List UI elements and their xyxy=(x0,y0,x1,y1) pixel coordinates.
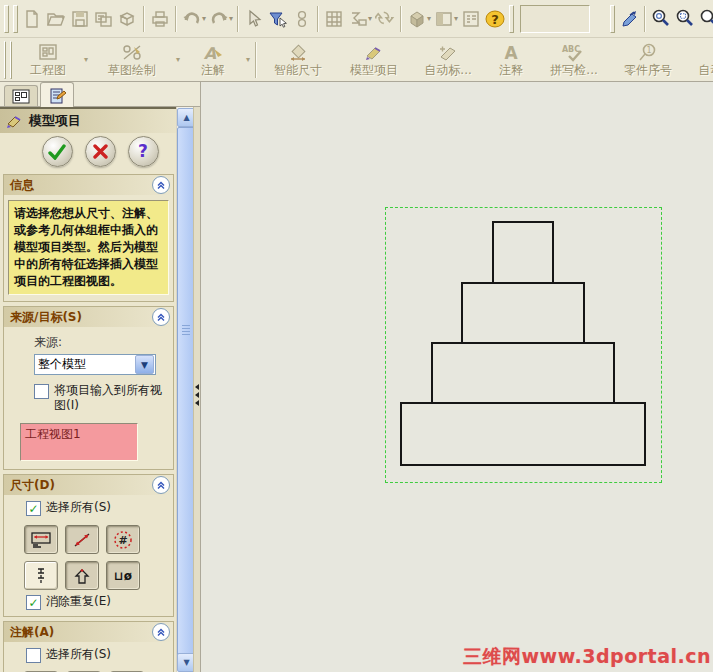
cmd-smart-dimension[interactable]: 智能尺寸 xyxy=(260,38,336,81)
separator xyxy=(255,42,257,78)
toolbar-grip[interactable] xyxy=(4,5,9,33)
panel-scrollbar[interactable]: ▲ ▼ xyxy=(176,107,194,672)
cancel-x-icon xyxy=(93,144,108,159)
cmd-drawing[interactable]: 工程图 xyxy=(14,38,82,81)
dim-select-all-row[interactable]: ✓ 选择所有(S) xyxy=(26,500,169,516)
cmd-annotation[interactable]: A 注解 xyxy=(182,38,244,81)
toolbar-grip[interactable] xyxy=(4,41,6,79)
equations-dropdown-caret[interactable]: ▾ xyxy=(368,14,372,23)
hole-wizard-profiles-button[interactable] xyxy=(65,561,99,590)
instance-count-button[interactable]: # xyxy=(106,525,140,554)
import-all-views-row[interactable]: 将项目输入到所有视图(I) xyxy=(34,383,169,413)
undo-button[interactable] xyxy=(180,7,204,31)
display-pane-dropdown-caret[interactable]: ▾ xyxy=(454,14,458,23)
svg-text:A: A xyxy=(204,44,217,63)
shaded-view-button[interactable] xyxy=(405,7,429,31)
cmd-note[interactable]: A 注释 xyxy=(484,38,538,81)
ok-button[interactable] xyxy=(42,136,73,167)
cmd-sketch-caret[interactable]: ▾ xyxy=(176,55,180,64)
new-document-button[interactable] xyxy=(20,7,44,31)
svg-text:ABC: ABC xyxy=(562,45,580,54)
toggle-selection-filter-button[interactable] xyxy=(290,7,314,31)
group-source-header[interactable]: 来源/目标(S) xyxy=(4,307,173,327)
selection-filter-button[interactable] xyxy=(266,7,290,31)
make-assembly-button[interactable] xyxy=(116,7,140,31)
print-button[interactable] xyxy=(148,7,172,31)
group-dimensions-header[interactable]: 尺寸(D) xyxy=(4,475,173,495)
redo-icon xyxy=(209,9,229,29)
cmd-label: 注解 xyxy=(201,63,225,77)
view-orientation-button[interactable] xyxy=(617,7,641,31)
display-pane-button[interactable] xyxy=(432,7,456,31)
dim-select-all-checkbox[interactable]: ✓ xyxy=(26,501,41,516)
collapse-chevron-icon[interactable] xyxy=(152,308,170,326)
pyramid-tier-3[interactable] xyxy=(431,342,615,404)
zoom-fit-icon xyxy=(650,8,672,30)
chevron-down-icon[interactable]: ▼ xyxy=(135,355,154,374)
drawing-sheet[interactable]: 三维网www.3dportal.cn xyxy=(200,82,713,672)
svg-text:A: A xyxy=(504,43,518,63)
target-view-box[interactable]: 工程视图1 xyxy=(20,423,138,461)
ann-select-all-checkbox[interactable] xyxy=(26,648,41,663)
reference-dimension-icon xyxy=(72,531,92,549)
cmd-drawing-caret[interactable]: ▾ xyxy=(84,55,88,64)
pyramid-tier-1[interactable] xyxy=(492,221,554,284)
cmd-sketch[interactable]: 草图绘制 xyxy=(90,38,174,81)
dimension-buttons: # ⊔ø xyxy=(24,525,169,590)
grid-icon xyxy=(324,9,344,29)
options-button[interactable] xyxy=(459,7,483,31)
make-drawing-button[interactable] xyxy=(92,7,116,31)
cmd-model-items[interactable]: 模型项目 xyxy=(336,38,412,81)
group-info-header[interactable]: 信息 xyxy=(4,175,173,195)
open-button[interactable] xyxy=(44,7,68,31)
redo-button[interactable] xyxy=(207,7,231,31)
pyramid-tier-2[interactable] xyxy=(461,282,585,344)
marked-for-drawing-button[interactable] xyxy=(24,525,58,554)
eliminate-duplicates-row[interactable]: ✓ 消除重复(E) xyxy=(26,594,169,610)
svg-text:#: # xyxy=(118,534,127,547)
equations-icon xyxy=(348,9,368,29)
zoom-fit-button[interactable] xyxy=(649,7,673,31)
collapse-chevron-icon[interactable] xyxy=(152,623,170,641)
rebuild-button[interactable] xyxy=(373,7,397,31)
redo-dropdown-caret[interactable]: ▾ xyxy=(229,14,233,23)
save-button[interactable] xyxy=(68,7,92,31)
annotation-icon: A xyxy=(201,43,225,63)
sketch-grid-button[interactable] xyxy=(322,7,346,31)
hole-callout-icon: ⊔ø xyxy=(114,570,132,582)
cmd-autoballoon[interactable]: 1 自动零... xyxy=(686,38,713,81)
zoom-area-button[interactable] xyxy=(673,7,697,31)
collapse-chevron-icon[interactable] xyxy=(152,176,170,194)
source-dropdown[interactable]: 整个模型 ▼ xyxy=(34,354,156,375)
property-manager-tab[interactable] xyxy=(40,82,74,107)
zoom-inout-button[interactable] xyxy=(697,7,713,31)
toolbar-grip[interactable] xyxy=(10,41,12,79)
hole-wizard-locations-button[interactable] xyxy=(24,561,58,590)
panel-splitter[interactable] xyxy=(193,107,200,672)
not-marked-for-drawing-button[interactable] xyxy=(65,525,99,554)
import-all-views-checkbox[interactable] xyxy=(34,384,49,399)
shaded-view-dropdown-caret[interactable]: ▾ xyxy=(427,14,431,23)
ann-select-all-row[interactable]: 选择所有(S) xyxy=(26,647,169,663)
separator xyxy=(237,6,239,32)
eliminate-duplicates-checkbox[interactable]: ✓ xyxy=(26,595,41,610)
cmd-annotation-caret[interactable]: ▾ xyxy=(246,55,250,64)
group-annotations-header[interactable]: 注解(A) xyxy=(4,622,173,642)
help-round-button[interactable]: ? xyxy=(128,136,159,167)
cmd-autodimension[interactable]: 自动标... xyxy=(412,38,484,81)
sheet-format-tab[interactable] xyxy=(4,85,38,106)
hole-callout-button[interactable]: ⊔ø xyxy=(106,561,140,590)
cmd-spellcheck[interactable]: ABC 拼写检... xyxy=(538,38,610,81)
toolbar-grip[interactable] xyxy=(610,5,615,33)
collapse-chevron-icon[interactable] xyxy=(152,476,170,494)
cancel-button[interactable] xyxy=(85,136,116,167)
equations-button[interactable] xyxy=(346,7,370,31)
select-button[interactable] xyxy=(242,7,266,31)
cmd-balloon[interactable]: 1 零件序号 xyxy=(610,38,686,81)
undo-dropdown-caret[interactable]: ▾ xyxy=(202,14,206,23)
help-button[interactable]: ? xyxy=(483,7,507,31)
ok-check-icon xyxy=(48,144,66,160)
toolbar-grip[interactable] xyxy=(13,5,18,33)
toolbar-grip[interactable] xyxy=(509,5,514,33)
pyramid-tier-4[interactable] xyxy=(400,402,646,466)
